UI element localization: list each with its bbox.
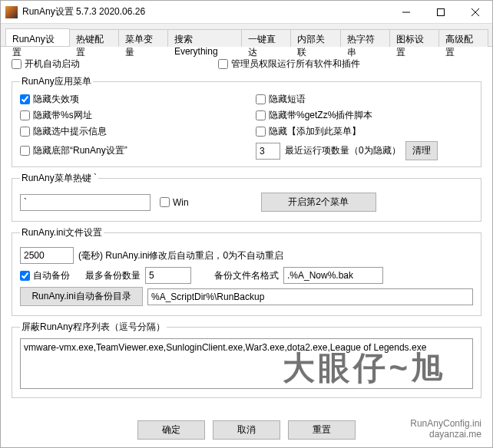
hide-surl-label: 隐藏带%s网址	[33, 109, 92, 122]
hide-phrase-label: 隐藏短语	[269, 93, 306, 106]
hide-getzz-wrap[interactable]: 隐藏带%getZz%插件脚本	[256, 109, 473, 122]
content: 开机自动启动 管理员权限运行所有软件和插件 RunAny应用菜单 隐藏失效项 隐…	[1, 47, 492, 413]
open-second-menu-button[interactable]: 开启第2个菜单	[261, 193, 376, 212]
autostart-checkbox-label[interactable]: 开机自动启动	[12, 58, 80, 71]
backup-format-input[interactable]	[283, 267, 383, 284]
hide-addmenu-wrap[interactable]: 隐藏【添加到此菜单】	[256, 125, 473, 138]
hide-phrase-wrap[interactable]: 隐藏短语	[256, 93, 473, 106]
hide-getzz-checkbox[interactable]	[256, 110, 266, 120]
block-list-textarea[interactable]: vmware-vmx.exe,TeamViewer.exe,SunloginCl…	[20, 338, 473, 389]
tab-menu-variables[interactable]: 菜单变量	[118, 29, 168, 47]
hotkey-legend: RunAny菜单热键 `	[20, 172, 98, 185]
recent-count-input[interactable]	[256, 143, 280, 160]
win-modifier-label: Win	[173, 197, 189, 208]
hide-invalid-checkbox[interactable]	[20, 94, 30, 104]
close-button[interactable]	[458, 1, 492, 23]
tab-runany-settings[interactable]: RunAny设置	[5, 28, 70, 46]
tab-internal-assoc[interactable]: 内部关联	[290, 29, 340, 47]
tab-hotkey-config[interactable]: 热键配置	[69, 29, 119, 47]
ini-legend: RunAny.ini文件设置	[20, 226, 104, 239]
autostart-label: 开机自动启动	[25, 58, 80, 71]
restart-delay-label: (毫秒) RunAny.ini修改后自动重启，0为不自动重启	[78, 249, 283, 262]
hide-bottom-label: 隐藏底部“RunAny设置”	[33, 144, 127, 157]
cancel-button[interactable]: 取消	[213, 420, 280, 440]
block-legend: 屏蔽RunAny程序列表（逗号分隔）	[20, 321, 167, 334]
auto-backup-label: 自动备份	[33, 269, 70, 282]
hide-tip-label: 隐藏选中提示信息	[33, 125, 107, 138]
hide-invalid-label: 隐藏失效项	[33, 93, 79, 106]
backup-dir-button[interactable]: RunAny.ini自动备份目录	[20, 287, 143, 306]
app-menu-legend: RunAny应用菜单	[20, 75, 93, 88]
recent-count-label: 最近运行项数量（0为隐藏）	[285, 144, 401, 157]
max-backup-input[interactable]	[145, 267, 191, 284]
window: RunAny设置 5.7.3 2020.06.26 RunAny设置 热键配置 …	[0, 0, 493, 448]
hide-surl-checkbox[interactable]	[20, 110, 30, 120]
window-title: RunAny设置 5.7.3 2020.06.26	[22, 5, 389, 18]
window-controls	[389, 1, 492, 23]
backup-dir-input[interactable]	[147, 288, 473, 305]
block-group: 屏蔽RunAny程序列表（逗号分隔） vmware-vmx.exe,TeamVi…	[12, 321, 481, 398]
app-icon	[5, 6, 18, 18]
tab-bar: RunAny设置 热键配置 菜单变量 搜索Everything 一键直达 内部关…	[1, 24, 492, 47]
hide-surl-wrap[interactable]: 隐藏带%s网址	[20, 109, 237, 122]
hide-phrase-checkbox[interactable]	[256, 94, 266, 104]
max-backup-label: 最多备份数量	[85, 269, 141, 282]
autostart-checkbox[interactable]	[12, 59, 22, 69]
tab-advanced[interactable]: 高级配置	[438, 29, 488, 47]
tab-icon-settings[interactable]: 图标设置	[389, 29, 439, 47]
clean-button[interactable]: 清理	[405, 141, 438, 160]
tab-search-everything[interactable]: 搜索Everything	[167, 29, 242, 47]
hide-invalid-wrap[interactable]: 隐藏失效项	[20, 93, 237, 106]
hide-bottom-wrap[interactable]: 隐藏底部“RunAny设置”	[20, 141, 237, 160]
win-modifier-checkbox[interactable]	[160, 197, 170, 207]
auto-backup-wrap[interactable]: 自动备份	[20, 269, 70, 282]
backup-format-label: 备份文件名格式	[214, 269, 279, 282]
restart-delay-input[interactable]	[20, 247, 74, 264]
app-menu-group: RunAny应用菜单 隐藏失效项 隐藏短语 隐藏带%s网址 隐藏带%getZz%…	[12, 75, 481, 167]
hide-addmenu-label: 隐藏【添加到此菜单】	[269, 125, 361, 138]
hotkey-group: RunAny菜单热键 ` Win 开启第2个菜单	[12, 172, 481, 222]
tab-hotstrings[interactable]: 热字符串	[340, 29, 390, 47]
admin-checkbox-label[interactable]: 管理员权限运行所有软件和插件	[218, 58, 360, 71]
hide-getzz-label: 隐藏带%getZz%插件脚本	[269, 109, 372, 122]
footer-config: RunAnyConfig.ini	[410, 418, 481, 429]
ini-group: RunAny.ini文件设置 (毫秒) RunAny.ini修改后自动重启，0为…	[12, 226, 481, 316]
hotkey-input[interactable]	[20, 194, 151, 211]
minimize-button[interactable]	[389, 1, 423, 23]
footer-site: dayanzai.me	[410, 429, 481, 440]
tab-onekey[interactable]: 一键直达	[241, 29, 291, 47]
footer-text: RunAnyConfig.ini dayanzai.me	[410, 418, 481, 440]
hide-tip-wrap[interactable]: 隐藏选中提示信息	[20, 125, 237, 138]
ok-button[interactable]: 确定	[137, 420, 205, 440]
hide-bottom-checkbox[interactable]	[20, 146, 30, 156]
admin-label: 管理员权限运行所有软件和插件	[231, 58, 360, 71]
hide-addmenu-checkbox[interactable]	[256, 127, 266, 137]
titlebar: RunAny设置 5.7.3 2020.06.26	[1, 1, 492, 24]
auto-backup-checkbox[interactable]	[20, 271, 30, 281]
svg-rect-1	[437, 8, 444, 15]
admin-checkbox[interactable]	[218, 59, 228, 69]
win-modifier-wrap[interactable]: Win	[160, 197, 189, 208]
reset-button[interactable]: 重置	[288, 420, 356, 440]
maximize-button[interactable]	[423, 1, 458, 23]
bottom-bar: 确定 取消 重置 RunAnyConfig.ini dayanzai.me	[1, 413, 492, 447]
hide-tip-checkbox[interactable]	[20, 127, 30, 137]
